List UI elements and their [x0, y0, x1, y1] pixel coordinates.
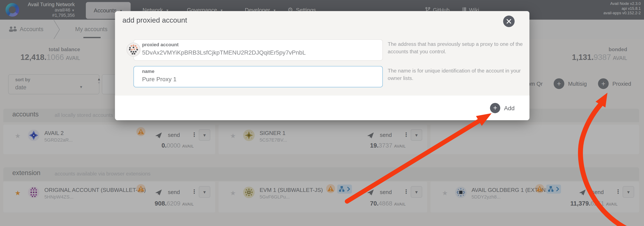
add-button[interactable]: + Add — [490, 103, 514, 113]
plus-icon: + — [490, 103, 500, 113]
close-icon[interactable] — [503, 15, 514, 27]
proxied-account-identicon — [126, 43, 140, 56]
name-help: The name is for unique identification of… — [388, 68, 528, 82]
proxied-account-field[interactable]: proxied account 5DvAx2VMYiKpBRB3LsfCjkpT… — [134, 39, 383, 61]
field-value: Pure Proxy 1 — [142, 76, 176, 82]
name-field[interactable]: name Pure Proxy 1 — [134, 66, 383, 87]
add-button-label: Add — [504, 105, 514, 111]
app-viewport: Avail Turing Network avail/46 ▼ #1,795,3… — [0, 0, 644, 226]
field-label: proxied account — [142, 42, 179, 47]
proxied-account-help: The address that has previously setup a … — [388, 41, 528, 55]
modal-title: add proxied account — [122, 16, 187, 24]
field-value: 5DvAx2VMYiKpBRB3LsfCjkpTMENU2R2DJQqitEr5… — [142, 49, 306, 56]
field-label: name — [142, 69, 154, 74]
add-proxied-account-modal: add proxied account proxied account 5DvA… — [115, 11, 530, 120]
modal-footer: + Add — [115, 95, 530, 120]
